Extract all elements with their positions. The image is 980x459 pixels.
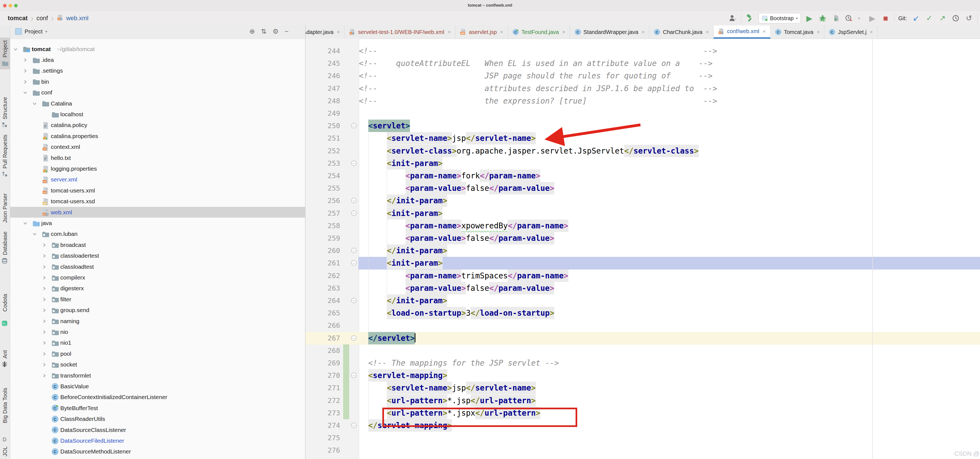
tree-item-digesterx[interactable]: digesterx bbox=[10, 283, 305, 294]
stop-button[interactable]: ■ bbox=[881, 14, 890, 23]
code-line[interactable]: <param-name>trimSpaces</param-name> bbox=[359, 269, 568, 282]
tree-item--idea[interactable]: .idea bbox=[10, 54, 305, 65]
tool-stripe-item-project[interactable]: Project bbox=[0, 38, 10, 69]
tree-item-compilerx[interactable]: compilerx bbox=[10, 272, 305, 283]
breadcrumb-item[interactable]: tomcat bbox=[8, 14, 28, 22]
code-line[interactable]: </init-param> bbox=[359, 244, 447, 257]
run-button[interactable]: ▶ bbox=[805, 14, 814, 23]
code-line[interactable]: <!-- the expression? [true] --> bbox=[359, 95, 717, 107]
code-line[interactable]: <init-param> bbox=[359, 207, 442, 220]
code-line[interactable]: <!-- attributes described in JSP.1.6 be … bbox=[359, 82, 717, 95]
tool-stripe-item-big-data-tools[interactable]: Big Data Tools bbox=[0, 388, 10, 423]
user-menu-icon[interactable] bbox=[728, 14, 737, 23]
chevron-right-icon[interactable] bbox=[42, 275, 47, 280]
git-push-button[interactable]: ↗ bbox=[938, 14, 947, 23]
git-update-button[interactable]: ↙ bbox=[911, 14, 921, 23]
tree-item-com-luban[interactable]: com.luban bbox=[10, 229, 305, 239]
code-line[interactable]: <load-on-startup>3</load-on-startup> bbox=[359, 307, 554, 319]
chevron-right-icon[interactable] bbox=[42, 297, 47, 302]
tree-item-catalina-properties[interactable]: catalina.properties bbox=[10, 131, 305, 142]
code-line[interactable]: <init-param> bbox=[359, 257, 442, 269]
code-line[interactable]: <!-- JSP page should the rules for quoti… bbox=[359, 70, 713, 82]
editor-tab-servelet-test-1-0-web-inf-web-xml[interactable]: <servelet-test-1.0/WEB-INF/web.xml× bbox=[345, 26, 455, 39]
tree-item-naming[interactable]: naming bbox=[10, 316, 305, 327]
code-line[interactable]: <servlet-name>jsp</servlet-name> bbox=[359, 382, 536, 394]
tree-item-localhost[interactable]: localhost bbox=[10, 109, 305, 120]
tree-item-transformlet[interactable]: transformlet bbox=[10, 370, 305, 381]
tree-item-group-send[interactable]: group.send bbox=[10, 305, 305, 316]
chevron-right-icon[interactable] bbox=[42, 330, 47, 335]
close-tab-icon[interactable]: × bbox=[447, 29, 450, 35]
editor-tab-standardwrapper-java[interactable]: CStandardWrapper.java× bbox=[570, 26, 649, 39]
code-line[interactable]: <!-- quoteAttributeEL When EL is used in… bbox=[359, 57, 713, 70]
chevron-right-icon[interactable] bbox=[23, 79, 28, 84]
tool-stripe-item-jol[interactable]: JOL bbox=[0, 446, 10, 459]
tree-item-nio1[interactable]: nio1 bbox=[10, 338, 305, 348]
debug-button[interactable] bbox=[818, 14, 827, 23]
tree-item-tomcat[interactable]: tomcat~/gitlab/tomcat bbox=[10, 44, 305, 54]
fold-marker-icon[interactable]: − bbox=[351, 298, 357, 303]
code-editor[interactable]: 244<!-- -->245<!-- quoteAttributeEL When… bbox=[305, 39, 980, 459]
chevron-right-icon[interactable] bbox=[42, 308, 47, 312]
editor-tab-testfound-java[interactable]: CTestFound.java× bbox=[508, 26, 570, 39]
close-tab-icon[interactable]: × bbox=[816, 29, 819, 35]
code-line[interactable]: <param-name>xpoweredBy</param-name> bbox=[359, 220, 568, 232]
code-line[interactable]: <param-value>false</param-value> bbox=[359, 182, 554, 194]
close-tab-icon[interactable]: × bbox=[562, 29, 565, 35]
chevron-down-icon[interactable] bbox=[32, 231, 37, 236]
chevron-right-icon[interactable] bbox=[42, 242, 47, 247]
close-tab-icon[interactable]: × bbox=[763, 29, 766, 35]
tree-item-tomcat-users-xsd[interactable]: XStomcat-users.xsd bbox=[10, 196, 305, 207]
editor-tab-conf-web-xml[interactable]: <conf/web.xml× bbox=[714, 26, 770, 39]
code-line[interactable]: </servlet> bbox=[359, 332, 415, 344]
tool-stripe-item[interactable]: D bbox=[0, 436, 10, 443]
tool-stripe-item[interactable]: >_ bbox=[0, 320, 10, 327]
tree-item-pool[interactable]: pool bbox=[10, 348, 305, 359]
editor-tab-jspservlet-j[interactable]: CJspServlet.j× bbox=[824, 26, 877, 39]
chevron-right-icon[interactable] bbox=[23, 68, 28, 73]
code-line[interactable]: </init-param> bbox=[359, 295, 447, 307]
chevron-right-icon[interactable] bbox=[23, 57, 28, 62]
chevron-down-icon[interactable] bbox=[32, 101, 37, 106]
tree-item-datasourcefiledlistener[interactable]: CDataSourceFiledListener bbox=[10, 435, 305, 446]
chevron-down-icon[interactable] bbox=[13, 47, 18, 52]
chevron-down-icon[interactable]: ▾ bbox=[854, 14, 864, 23]
code-line[interactable]: </init-param> bbox=[359, 194, 447, 207]
tree-item-catalina-policy[interactable]: catalina.policy bbox=[10, 120, 305, 131]
close-tab-icon[interactable]: × bbox=[500, 29, 503, 35]
tree-item-socket[interactable]: socket bbox=[10, 359, 305, 370]
tree-item-logging-properties[interactable]: logging.properties bbox=[10, 163, 305, 174]
tree-item-nio[interactable]: nio bbox=[10, 327, 305, 337]
editor-tab-yoteadapter-java[interactable]: yoteAdapter.java× bbox=[305, 26, 345, 39]
code-line[interactable]: <param-value>false</param-value> bbox=[359, 232, 554, 244]
tree-item-hello-txt[interactable]: hello.txt bbox=[10, 153, 305, 163]
tree-item-beforecontextinitializedcontainerlistener[interactable]: CBeforeContextInitializedContainerListen… bbox=[10, 392, 305, 403]
run-configuration-select[interactable]: Bootstrap ▾ bbox=[759, 13, 801, 24]
tree-item-classloadtest[interactable]: classloadtest bbox=[10, 261, 305, 272]
locate-file-icon[interactable]: ⊕ bbox=[249, 28, 255, 35]
code-line[interactable]: <servlet-name>jsp</servlet-name> bbox=[359, 132, 536, 145]
code-line[interactable]: <!-- --> bbox=[359, 45, 717, 57]
tree-item-classreaderutils[interactable]: CClassReaderUtils bbox=[10, 414, 305, 424]
breadcrumb-item[interactable]: conf bbox=[37, 14, 48, 22]
chevron-right-icon[interactable] bbox=[42, 351, 47, 356]
chevron-down-icon[interactable]: ▾ bbox=[45, 29, 47, 34]
close-tab-icon[interactable]: × bbox=[337, 29, 340, 35]
code-line[interactable]: <url-pattern>*.jsp</url-pattern> bbox=[359, 394, 536, 407]
tree-item-classloadertest[interactable]: classloadertest bbox=[10, 250, 305, 261]
panel-settings-icon[interactable]: ⚙ bbox=[272, 28, 278, 35]
fold-marker-icon[interactable]: − bbox=[351, 335, 357, 341]
fold-marker-icon[interactable]: − bbox=[351, 161, 357, 166]
tree-item-bin[interactable]: bin bbox=[10, 76, 305, 87]
tool-stripe-item-pull-requests[interactable]: Pull Requests bbox=[0, 134, 10, 178]
history-icon[interactable] bbox=[951, 14, 960, 23]
fold-marker-icon[interactable]: − bbox=[351, 422, 357, 428]
editor-tab-charchunk-java[interactable]: CCharChunk.java× bbox=[649, 26, 714, 39]
tool-stripe-item-structure[interactable]: Structure bbox=[0, 97, 10, 128]
tool-stripe-item-database[interactable]: Database bbox=[0, 231, 10, 264]
breadcrumb-item[interactable]: web.xml bbox=[66, 14, 89, 22]
editor-tab-aservlet-jsp[interactable]: JSPaservlet.jsp× bbox=[455, 26, 508, 39]
code-line[interactable]: <init-param> bbox=[359, 157, 442, 170]
tree-item-conf[interactable]: conf bbox=[10, 87, 305, 98]
hide-panel-icon[interactable]: − bbox=[285, 28, 288, 35]
